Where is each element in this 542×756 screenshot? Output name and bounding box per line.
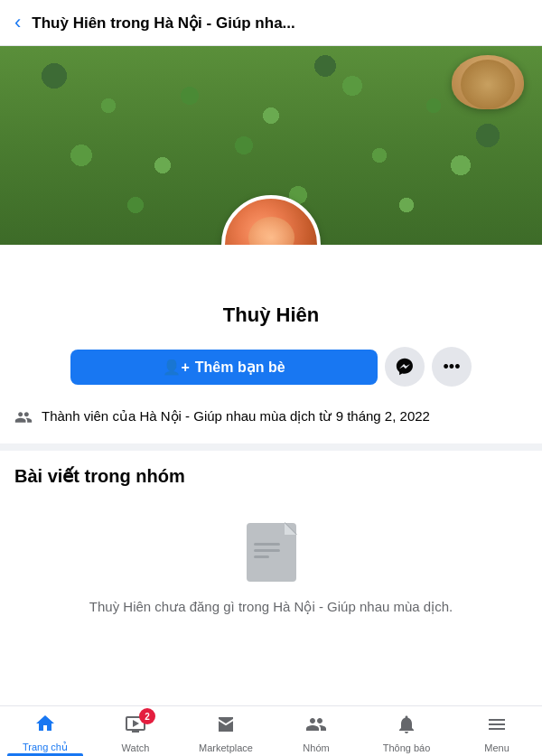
menu-icon	[486, 714, 508, 741]
empty-state: Thuỳ Hiên chưa đăng gì trong Hà Nội - Gi…	[14, 505, 528, 654]
back-button[interactable]: ‹	[14, 11, 21, 34]
more-icon: •••	[444, 358, 461, 377]
messenger-button[interactable]	[385, 347, 425, 387]
header-title: Thuỳ Hiên trong Hà Nội - Giúp nha...	[32, 14, 528, 33]
nav-label-marketplace: Marketplace	[199, 742, 253, 753]
add-friend-button[interactable]: 👤+ Thêm bạn bè	[70, 350, 378, 385]
nav-label-notifications: Thông báo	[383, 742, 431, 753]
nav-item-menu[interactable]: Menu	[452, 706, 542, 756]
action-buttons: 👤+ Thêm bạn bè •••	[0, 347, 542, 397]
doc-line-2	[254, 549, 280, 552]
document-icon	[247, 523, 296, 582]
section-divider	[0, 443, 542, 451]
add-friend-icon: 👤+	[163, 359, 189, 376]
avatar[interactable]	[221, 195, 321, 245]
header: ‹ Thuỳ Hiên trong Hà Nội - Giúp nha...	[0, 0, 542, 46]
member-text: Thành viên của Hà Nội - Giúp nhau mùa dị…	[42, 406, 430, 425]
add-friend-label: Thêm bạn bè	[195, 359, 285, 376]
document-lines	[254, 543, 280, 562]
nav-item-home[interactable]: Trang chủ	[0, 706, 90, 756]
member-info: Thành viên của Hà Nội - Giúp nhau mùa dị…	[0, 397, 542, 440]
profile-section: Thuỳ Hiên	[0, 245, 542, 347]
doc-line-3	[254, 555, 269, 558]
groups-icon	[305, 714, 327, 741]
cover-photo	[0, 46, 542, 245]
notifications-icon	[396, 714, 417, 741]
messenger-icon	[395, 357, 415, 377]
home-icon	[34, 713, 56, 740]
watch-badge: 2	[139, 708, 155, 724]
doc-line-1	[254, 543, 280, 546]
profile-name: Thuỳ Hiên	[0, 303, 542, 327]
marketplace-icon	[215, 714, 237, 741]
members-icon	[14, 408, 33, 431]
nav-label-watch: Watch	[122, 742, 150, 753]
nav-label-menu: Menu	[484, 742, 509, 753]
nav-item-groups[interactable]: Nhóm	[271, 706, 361, 756]
empty-icon	[239, 523, 303, 586]
bottom-nav: Trang chủ 2 Watch Marketplace Nhóm	[0, 705, 542, 756]
main-content: ‹ Thuỳ Hiên trong Hà Nội - Giúp nha... T…	[0, 0, 542, 665]
nav-item-notifications[interactable]: Thông báo	[361, 706, 452, 756]
cover-bowl-decoration	[452, 55, 524, 109]
posts-section: Bài viết trong nhóm Thuỳ Hiên chưa đăng …	[0, 454, 542, 665]
posts-title: Bài viết trong nhóm	[14, 465, 528, 487]
empty-text: Thuỳ Hiên chưa đăng gì trong Hà Nội - Gi…	[89, 597, 453, 618]
more-options-button[interactable]: •••	[432, 347, 472, 387]
nav-item-marketplace[interactable]: Marketplace	[181, 706, 271, 756]
nav-label-home: Trang chủ	[23, 742, 68, 753]
nav-label-groups: Nhóm	[303, 742, 329, 753]
nav-item-watch[interactable]: 2 Watch	[90, 706, 181, 756]
avatar-wrapper	[221, 195, 321, 245]
